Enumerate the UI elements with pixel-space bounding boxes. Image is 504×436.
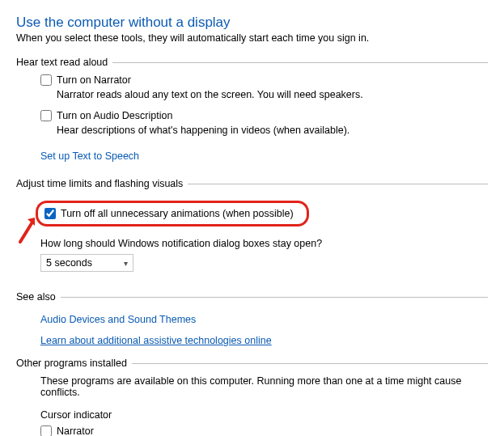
narrator-description: Narrator reads aloud any text on the scr… (40, 89, 488, 100)
group-hear-legend: Hear text read aloud (16, 57, 108, 68)
notification-duration-value: 5 seconds (46, 257, 92, 269)
turn-off-animations-label: Turn off all unnecessary animations (whe… (61, 208, 294, 219)
notification-duration-select[interactable]: 5 seconds ▾ (40, 254, 133, 272)
audio-devices-link[interactable]: Audio Devices and Sound Themes (40, 314, 196, 325)
arrow-annotation-icon (17, 214, 40, 243)
group-see-also: See also Audio Devices and Sound Themes … (16, 291, 488, 351)
learn-assistive-link[interactable]: Learn about additional assistive technol… (40, 335, 272, 346)
divider (132, 363, 488, 364)
divider (188, 184, 488, 184)
see-also-legend: See also (16, 291, 56, 303)
highlight-annotation: Turn off all unnecessary animations (whe… (36, 201, 309, 226)
audio-description-label: Turn on Audio Description (57, 110, 172, 121)
narrator-label: Turn on Narrator (57, 74, 131, 86)
group-time-limits: Adjust time limits and flashing visuals … (16, 178, 488, 280)
group-other-programs: Other programs installed These programs … (16, 358, 488, 436)
group-time-legend: Adjust time limits and flashing visuals (16, 178, 183, 189)
page-subtitle: When you select these tools, they will a… (16, 32, 488, 44)
chevron-down-icon: ▾ (124, 259, 128, 268)
notification-duration-question: How long should Windows notification dia… (40, 238, 488, 249)
page-title: Use the computer without a display (16, 15, 488, 31)
narrator-checkbox[interactable] (40, 74, 52, 86)
turn-off-animations-checkbox[interactable] (44, 208, 56, 219)
group-hear-text: Hear text read aloud Turn on Narrator Na… (16, 57, 488, 167)
cursor-indicator-label: Cursor indicator (40, 409, 488, 421)
other-narrator-checkbox[interactable] (40, 425, 52, 436)
other-programs-legend: Other programs installed (16, 358, 127, 369)
other-narrator-label: Narrator (57, 425, 94, 436)
audio-description-checkbox[interactable] (40, 110, 52, 121)
divider (61, 297, 488, 298)
divider (112, 62, 488, 63)
other-programs-description: These programs are available on this com… (40, 375, 488, 398)
audio-description-description: Hear descriptions of what's happening in… (40, 125, 488, 136)
setup-tts-link[interactable]: Set up Text to Speech (40, 150, 139, 162)
